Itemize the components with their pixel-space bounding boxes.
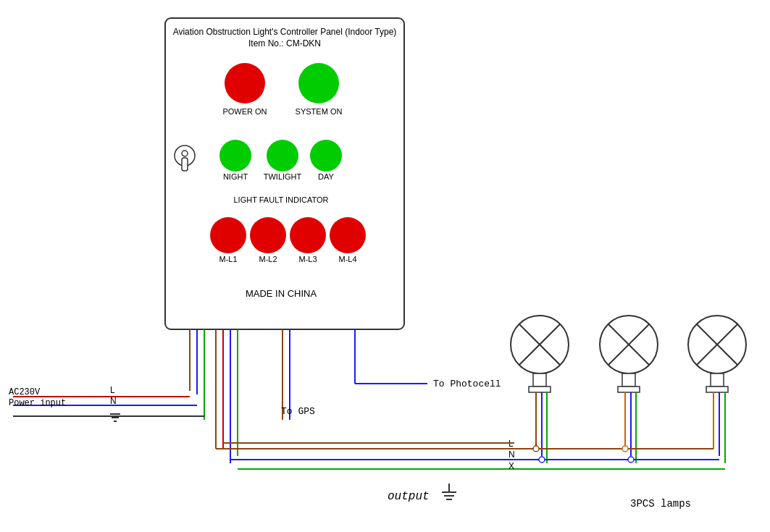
svg-rect-1 xyxy=(182,158,188,171)
svg-rect-8 xyxy=(529,387,551,392)
twilight-label: TWILIGHT xyxy=(264,172,302,181)
power-on-indicator xyxy=(225,63,265,104)
gps-label: To GPS xyxy=(281,406,315,417)
item-number: Item No.: CM-DKN xyxy=(248,38,321,48)
ml4-indicator xyxy=(330,217,366,253)
night-indicator xyxy=(219,140,251,172)
fault-indicator-label: LIGHT FAULT INDICATOR xyxy=(233,195,328,204)
ml4-label: M-L4 xyxy=(338,255,356,263)
power-input-label2: Power input xyxy=(9,398,66,408)
ml3-indicator xyxy=(290,217,326,253)
output-x-label: X xyxy=(509,461,514,471)
svg-rect-16 xyxy=(706,387,728,392)
made-in-china: MADE IN CHINA xyxy=(246,288,317,299)
svg-rect-15 xyxy=(711,373,724,387)
twilight-indicator xyxy=(267,140,298,172)
node-lamp2-blue xyxy=(628,457,634,463)
power-on-label: POWER ON xyxy=(222,107,267,116)
photocell-label: To Photocell xyxy=(433,379,501,389)
n-label: N xyxy=(110,396,117,406)
ml2-label: M-L2 xyxy=(259,255,277,263)
lamps-label: 3PCS lamps xyxy=(630,498,691,510)
panel-title: Aviation Obstruction Light's Controller … xyxy=(173,27,397,37)
node-lamp1-brown xyxy=(533,446,539,452)
system-on-indicator xyxy=(298,63,339,104)
day-label: DAY xyxy=(318,172,334,181)
l-label: L xyxy=(110,385,115,395)
node-lamp2-brown xyxy=(622,446,628,452)
svg-rect-12 xyxy=(618,387,640,392)
wiring-diagram: Aviation Obstruction Light's Controller … xyxy=(0,0,770,532)
node-lamp1-blue xyxy=(539,457,545,463)
ml1-label: M-L1 xyxy=(219,255,237,263)
output-n-label: N xyxy=(509,449,515,460)
day-indicator xyxy=(310,140,342,172)
ml1-indicator xyxy=(210,217,246,253)
svg-rect-11 xyxy=(622,373,635,387)
system-on-label: SYSTEM ON xyxy=(296,107,343,116)
power-input-label: AC230V xyxy=(9,387,41,397)
svg-rect-7 xyxy=(533,373,546,387)
output-label: output xyxy=(388,490,430,503)
ml3-label: M-L3 xyxy=(298,255,317,263)
night-label: NIGHT xyxy=(223,172,248,181)
ml2-indicator xyxy=(250,217,286,253)
